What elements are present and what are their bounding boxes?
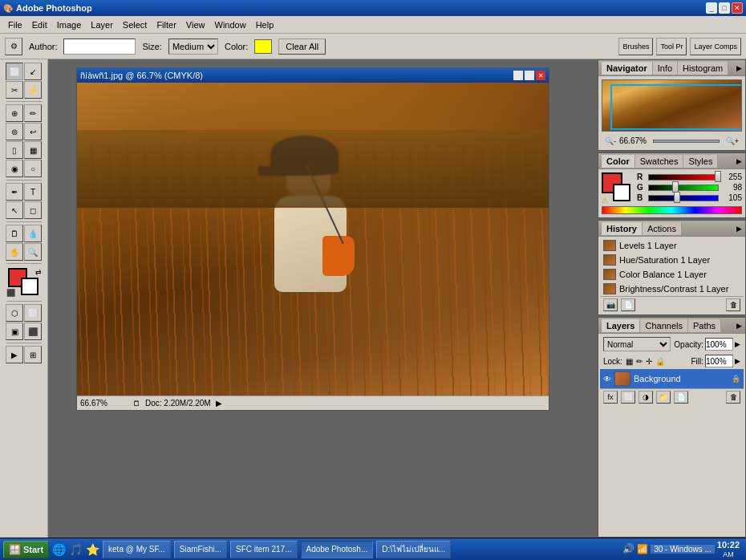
new-layer-button[interactable]: 📄: [674, 391, 688, 404]
taskbar-item-keta[interactable]: keta @ My SF...: [103, 541, 171, 558]
menu-image[interactable]: Image: [52, 18, 87, 31]
taskbar-item-sfc[interactable]: SFC item 217...: [230, 541, 297, 558]
image-canvas[interactable]: [77, 83, 549, 396]
standard-mode[interactable]: ⬜: [24, 304, 42, 322]
extra-tool[interactable]: ⊞: [24, 346, 42, 363]
lock-all-icon[interactable]: 🔒: [655, 357, 665, 366]
slice-tool[interactable]: ⚡: [24, 81, 42, 99]
tray-windows-item[interactable]: 30 - Windows ...: [651, 545, 715, 554]
layer-style-button[interactable]: fx: [603, 391, 618, 404]
pen-tool[interactable]: ✒: [6, 183, 23, 201]
default-colors[interactable]: ⬛: [6, 289, 15, 297]
eraser-tool[interactable]: ▯: [6, 141, 23, 159]
blur-tool[interactable]: ◉: [6, 160, 23, 177]
history-brush[interactable]: ↩: [24, 123, 42, 140]
tool-presets-tab[interactable]: Tool Pr: [656, 38, 687, 55]
clear-all-button[interactable]: Clear All: [278, 39, 326, 55]
doc-minimize-button[interactable]: _: [513, 71, 523, 80]
menu-help[interactable]: Help: [251, 18, 279, 31]
tab-color[interactable]: Color: [602, 155, 635, 168]
delete-state-button[interactable]: 🗑: [726, 298, 740, 311]
tab-info[interactable]: Info: [653, 62, 678, 75]
background-color[interactable]: [21, 278, 39, 295]
tab-layers[interactable]: Layers: [602, 319, 640, 332]
full-screen[interactable]: ⬛: [24, 323, 42, 340]
lock-transparent-icon[interactable]: ▦: [626, 357, 633, 366]
navigator-panel-arrow[interactable]: ▶: [736, 64, 742, 72]
tab-actions[interactable]: Actions: [643, 222, 682, 235]
fill-input[interactable]: [705, 355, 733, 367]
quick-launch-ie[interactable]: 🌐: [52, 543, 66, 556]
taskbar-item-siam[interactable]: SiamFishi...: [174, 541, 227, 558]
minimize-button[interactable]: _: [706, 2, 717, 14]
shape-tool[interactable]: ◻: [24, 201, 42, 219]
tray-icon-2[interactable]: 📶: [637, 544, 648, 554]
history-item-2[interactable]: Color Balance 1 Layer: [600, 267, 744, 282]
new-layer-group-button[interactable]: 📁: [656, 391, 671, 404]
gradient-tool[interactable]: ▦: [24, 141, 42, 159]
opacity-input[interactable]: [705, 338, 733, 351]
tool-options-icon[interactable]: ⚙: [5, 38, 22, 55]
create-doc-button[interactable]: 📄: [621, 298, 635, 311]
r-slider[interactable]: [648, 174, 719, 181]
blend-mode-select[interactable]: Normal Multiply Screen: [603, 337, 671, 351]
size-select[interactable]: Medium Small Large: [168, 39, 218, 55]
crop-tool[interactable]: ✂: [6, 81, 23, 99]
quick-launch-media[interactable]: 🎵: [69, 543, 83, 556]
history-panel-arrow[interactable]: ▶: [736, 225, 742, 233]
tab-channels[interactable]: Channels: [640, 319, 687, 332]
zoom-tool[interactable]: 🔍: [24, 243, 42, 261]
history-item-0[interactable]: Levels 1 Layer: [600, 238, 744, 253]
zoom-slider[interactable]: [653, 140, 720, 143]
doc-maximize-button[interactable]: □: [525, 71, 534, 80]
menu-window[interactable]: Window: [210, 18, 251, 31]
brushes-tab[interactable]: Brushes: [618, 38, 653, 55]
bg-color-box[interactable]: [613, 184, 630, 201]
clone-tool[interactable]: ⊚: [6, 123, 23, 140]
nav-view-box[interactable]: [610, 84, 742, 130]
menu-view[interactable]: View: [181, 18, 210, 31]
tab-navigator[interactable]: Navigator: [602, 62, 653, 75]
dodge-tool[interactable]: ○: [24, 160, 42, 177]
doc-close-button[interactable]: ✕: [536, 71, 545, 80]
g-slider[interactable]: [648, 185, 719, 191]
taskbar-item-photoshop[interactable]: Adobe Photosh...: [301, 541, 374, 558]
color-swatch[interactable]: [254, 39, 272, 54]
menu-filter[interactable]: Filter: [152, 18, 180, 31]
hand-tool[interactable]: ✋: [6, 243, 23, 261]
layers-panel-arrow[interactable]: ▶: [736, 322, 742, 330]
screen-mode[interactable]: ▣: [6, 323, 23, 340]
lock-paint-icon[interactable]: ✏: [636, 357, 643, 366]
tray-icon-1[interactable]: 🔊: [622, 543, 635, 554]
close-button[interactable]: ✕: [732, 2, 743, 14]
quick-launch-extra[interactable]: ⭐: [86, 543, 99, 556]
new-snapshot-button[interactable]: 📷: [603, 298, 618, 311]
opacity-arrow[interactable]: ▶: [735, 340, 740, 348]
menu-layer[interactable]: Layer: [86, 18, 118, 31]
tab-swatches[interactable]: Swatches: [635, 155, 684, 168]
new-fill-layer-button[interactable]: ◑: [639, 391, 653, 404]
type-tool[interactable]: T: [24, 183, 42, 201]
zoom-out-icon[interactable]: 🔍-: [605, 137, 616, 145]
warning-gamut[interactable]: ⚠: [602, 197, 608, 205]
tab-history[interactable]: History: [602, 222, 643, 235]
menu-file[interactable]: File: [3, 18, 27, 31]
swap-colors[interactable]: ⇄: [35, 268, 42, 276]
zoom-in-icon[interactable]: 🔍+: [726, 137, 739, 145]
menu-edit[interactable]: Edit: [27, 18, 52, 31]
notes-tool[interactable]: 🗒: [6, 225, 23, 242]
menu-select[interactable]: Select: [118, 18, 152, 31]
lock-move-icon[interactable]: ✛: [646, 357, 652, 366]
author-input[interactable]: [63, 39, 136, 55]
brush-tool[interactable]: ✏: [24, 104, 42, 122]
b-slider[interactable]: [648, 195, 719, 201]
marquee-tool[interactable]: ⬜: [6, 63, 23, 80]
layer-comps-tab[interactable]: Layer Comps: [690, 38, 741, 55]
jump-to-image[interactable]: ▶: [6, 346, 23, 363]
doc-info-icon[interactable]: 🗒: [133, 400, 140, 408]
doc-arrow[interactable]: ▶: [216, 399, 222, 408]
history-item-3[interactable]: Brightness/Contrast 1 Layer: [600, 282, 744, 296]
add-mask-button[interactable]: ⬜: [621, 391, 635, 404]
taskbar-item-folder[interactable]: D:\ไฟไม่เปลี่ยนแ...: [376, 541, 451, 558]
tab-styles[interactable]: Styles: [683, 155, 718, 168]
